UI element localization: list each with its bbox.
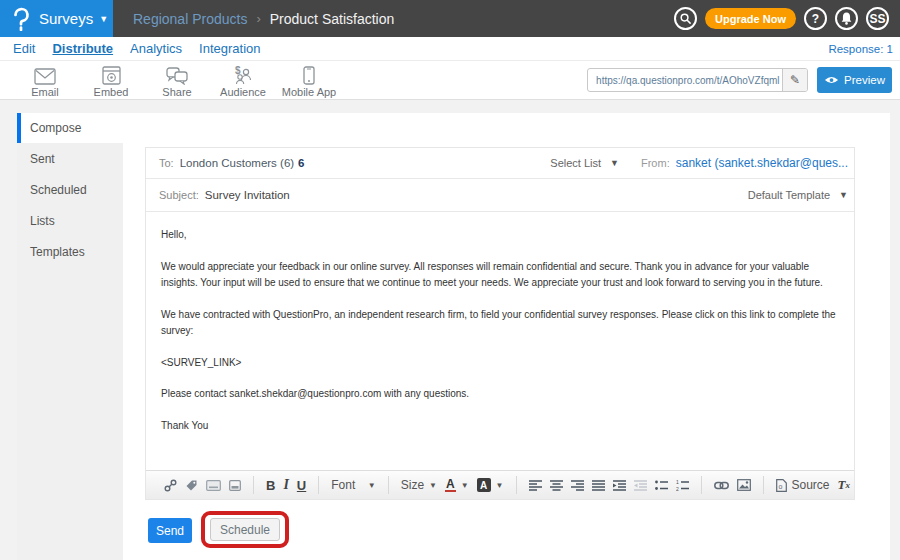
bullet-list-icon[interactable] [651,474,672,496]
italic-button[interactable]: I [279,474,292,496]
size-label: Size [401,478,424,492]
toolbar-item-audience[interactable]: $ Audience [210,63,276,98]
remove-format-t: T [838,477,846,493]
upgrade-now-button[interactable]: Upgrade Now [705,8,796,29]
template-dropdown[interactable]: Default Template [748,189,830,201]
underline-button[interactable]: U [293,474,310,496]
align-justify-icon[interactable] [588,474,609,496]
font-label: Font [331,478,355,492]
eye-icon [824,75,839,85]
send-button[interactable]: Send [148,518,192,543]
to-label: To: [159,157,174,169]
indent-icon[interactable] [609,474,630,496]
body-paragraph: Thank You [161,418,839,435]
to-value[interactable]: London Customers (6) [180,157,294,169]
template-caret-icon[interactable]: ▼ [839,190,848,200]
survey-url-box[interactable]: https://qa.questionpro.com/t/AOhoVZfqml … [587,68,808,92]
content-area: Compose Sent Scheduled Lists Templates T… [0,100,900,560]
to-row: To: London Customers (6) 6 Select List ▼… [146,148,854,179]
mobile-app-icon [303,65,315,85]
select-list-dropdown[interactable]: Select List [550,157,601,169]
schedule-highlight-ring: Schedule [201,511,289,548]
notifications-bell-icon[interactable] [835,7,858,30]
app-header: Surveys ▼ Regional Products › Product Sa… [0,0,900,37]
toolbar-label-audience: Audience [220,86,266,98]
product-name: Surveys [39,10,93,27]
subject-value[interactable]: Survey Invitation [205,189,290,201]
remove-format-x: x [846,480,851,490]
body-paragraph: Hello, [161,227,839,244]
insert-image-icon[interactable] [733,474,755,496]
help-button[interactable]: ? [804,7,827,30]
outdent-icon[interactable] [630,474,651,496]
body-paragraph: We would appreciate your feedback in our… [161,259,839,292]
toolbar-item-embed[interactable]: Embed [78,63,144,98]
nav-tab-integration[interactable]: Integration [199,41,260,56]
size-dropdown[interactable]: Size▼ [397,474,441,496]
numbered-list-icon[interactable]: 12 [672,474,693,496]
anchor-icon[interactable] [160,474,181,496]
nav-tab-analytics[interactable]: Analytics [130,41,182,56]
select-list-caret-icon[interactable]: ▼ [610,158,619,168]
breadcrumb-survey-name: Product Satisfaction [270,11,395,27]
text-color-button[interactable]: A▼ [441,474,473,496]
sidebar-filler [17,267,123,560]
survey-url-text[interactable]: https://qa.questionpro.com/t/AOhoVZfqml [588,75,782,86]
sidebar-item-sent[interactable]: Sent [17,143,123,174]
source-label: Source [792,478,830,492]
align-left-icon[interactable] [525,474,546,496]
size-caret-icon: ▼ [429,481,437,490]
align-right-icon[interactable] [567,474,588,496]
remove-format-button[interactable]: Tx [834,474,854,496]
response-count[interactable]: Response: 1 [828,43,893,55]
text-color-a: A [445,478,456,492]
toolbar-label-email: Email [31,86,59,98]
breadcrumb-folder[interactable]: Regional Products [133,11,247,27]
toolbar-label-embed: Embed [94,86,129,98]
from-value[interactable]: sanket (sanket.shekdar@ques... [676,156,848,170]
preview-label: Preview [844,74,885,86]
toolbar-item-email[interactable]: Email [12,63,78,98]
toolbar-item-mobile-app[interactable]: Mobile App [276,63,342,98]
preview-button[interactable]: Preview [817,67,892,93]
questionpro-logo-icon [11,7,31,31]
bg-color-caret-icon: ▼ [496,481,504,490]
product-caret-icon: ▼ [99,14,108,24]
user-avatar[interactable]: SS [866,7,889,30]
insert-link-icon[interactable] [710,474,733,496]
sidebar-item-scheduled[interactable]: Scheduled [17,174,123,205]
share-icon [166,65,188,85]
schedule-button[interactable]: Schedule [210,518,280,541]
tag-icon[interactable] [181,474,202,496]
placeholder-icon[interactable] [225,474,245,496]
align-center-icon[interactable] [546,474,567,496]
sidebar-item-lists[interactable]: Lists [17,205,123,236]
subject-label: Subject: [159,189,199,201]
body-paragraph: <SURVEY_LINK> [161,355,839,372]
sidebar-item-templates[interactable]: Templates [17,236,123,267]
svg-text:1: 1 [676,480,679,485]
source-button[interactable]: oSource [772,474,834,496]
toolbar-item-share[interactable]: Share [144,63,210,98]
audience-icon: $ [232,65,254,85]
toolbar-label-mobile-app: Mobile App [282,86,336,98]
bold-button[interactable]: B [262,474,279,496]
edit-url-pencil-icon[interactable]: ✎ [782,68,807,92]
embed-icon [102,65,121,85]
font-dropdown[interactable]: Font▼ [327,474,380,496]
nav-tab-distribute[interactable]: Distribute [52,41,113,56]
distribute-toolbar: Email Embed Share $ Audience Mobile App … [0,60,900,100]
card-icon[interactable] [202,474,225,496]
bg-color-button[interactable]: A▼ [473,474,508,496]
nav-tab-edit[interactable]: Edit [13,41,35,56]
search-icon[interactable] [674,7,697,30]
compose-panel: To: London Customers (6) 6 Select List ▼… [145,147,855,500]
sidebar-item-compose[interactable]: Compose [17,113,123,143]
font-caret-icon: ▼ [368,481,376,490]
brand-area[interactable]: Surveys ▼ [0,0,113,37]
body-paragraph: We have contracted with QuestionPro, an … [161,307,839,340]
body-paragraph: Please contact sanket.shekdar@questionpr… [161,386,839,403]
distribute-email-panel: Compose Sent Scheduled Lists Templates T… [17,113,890,560]
subject-row: Subject: Survey Invitation Default Templ… [146,179,854,212]
email-body-editor[interactable]: Hello, We would appreciate your feedback… [146,212,854,470]
